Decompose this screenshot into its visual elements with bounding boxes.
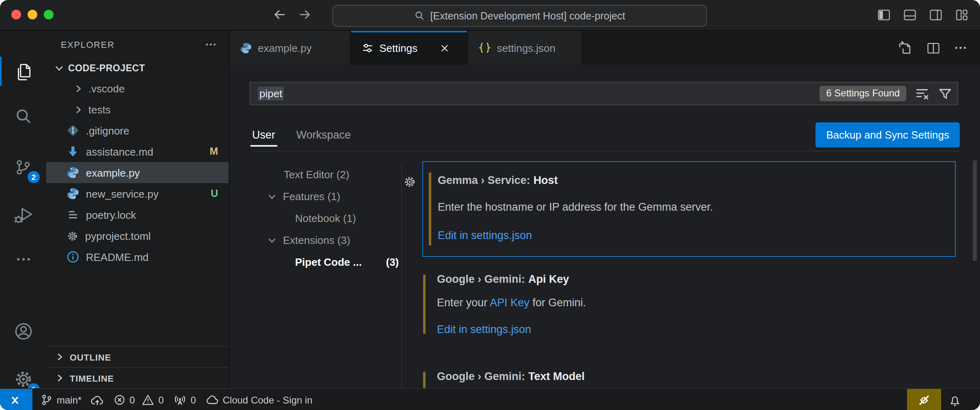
toc-text-editor[interactable]: Text Editor (2) [249, 164, 400, 186]
problems-item[interactable]: 0 0 [108, 389, 169, 410]
forward-arrow-icon[interactable] [297, 7, 312, 22]
minimize-window-button[interactable] [28, 10, 37, 19]
tree-item-new-service-py[interactable]: new_service.py U [46, 183, 229, 204]
error-icon [113, 394, 125, 406]
backup-sync-settings-button[interactable]: Backup and Sync Settings [815, 122, 960, 147]
active-indicator [0, 57, 2, 86]
ports-item[interactable]: 0 [169, 389, 201, 410]
extension-host-disconnect-icon [918, 393, 931, 406]
tree-item-readme-md[interactable]: README.md [46, 246, 229, 267]
tab-settings-json[interactable]: settings.json [468, 31, 583, 65]
python-icon [240, 42, 252, 54]
chevron-right-icon [73, 83, 83, 94]
back-arrow-icon[interactable] [272, 7, 287, 22]
remote-indicator[interactable] [0, 389, 32, 410]
modified-indicator [423, 275, 426, 334]
chevron-down-icon [53, 62, 65, 74]
tab-example-py[interactable]: example.py [229, 31, 351, 65]
warning-icon [142, 394, 154, 406]
search-icon [414, 11, 425, 21]
tree-item-assistance-md[interactable]: assistance.md M [46, 141, 229, 162]
modified-indicator [423, 372, 426, 388]
setting-gear-icon[interactable] [403, 173, 417, 190]
notifications-bell-icon[interactable] [941, 389, 969, 410]
toc-notebook[interactable]: Notebook (1) [249, 207, 400, 229]
modified-indicator [429, 173, 431, 246]
list-icon [66, 208, 79, 221]
chevron-right-icon [73, 104, 83, 115]
toc-extensions[interactable]: Extensions (3) [249, 229, 400, 251]
close-window-button[interactable] [11, 10, 21, 19]
outline-section-header[interactable]: OUTLINE [46, 346, 229, 367]
tree-root-code-project[interactable]: CODE-PROJECT [46, 58, 229, 78]
tree-item-gitignore[interactable]: .gitignore [46, 120, 229, 141]
settings-scrollbar[interactable] [973, 160, 977, 261]
setting-google-gemini-text-model[interactable]: Google › Gemini:Text Model [422, 370, 956, 388]
tree-item-vscode[interactable]: .vscode [46, 78, 229, 99]
split-editor-icon[interactable] [926, 40, 941, 56]
tree-item-pyproject-toml[interactable]: pyproject.toml [46, 225, 229, 246]
scope-tab-workspace[interactable]: Workspace [296, 118, 351, 151]
setting-gemma-service-host[interactable]: Gemma › Service:Host Enter the hostname … [422, 161, 956, 257]
tab-settings[interactable]: Settings [351, 31, 468, 65]
customize-layout-icon[interactable] [954, 7, 969, 23]
tab-bar: example.py Settings settings.json [229, 31, 980, 65]
git-branch-item[interactable]: main* [36, 389, 108, 410]
toc-divider [401, 164, 402, 388]
scope-tab-user[interactable]: User [252, 118, 275, 151]
git-status-badge: M [210, 146, 218, 157]
settings-search-value: pipet [258, 87, 284, 100]
toc-features[interactable]: Features (1) [249, 186, 400, 207]
settings-editor: pipet 6 Settings Found User Workspace [229, 65, 980, 388]
toggle-panel-icon[interactable] [902, 7, 918, 23]
editor-more-actions-icon[interactable] [953, 41, 968, 55]
chevron-down-icon [249, 235, 283, 246]
setting-google-gemini-api-key[interactable]: Google › Gemini:Api Key Enter your API K… [422, 273, 956, 335]
settings-count-badge: 6 Settings Found [820, 86, 906, 101]
timeline-section-header[interactable]: TIMELINE [46, 367, 229, 388]
edit-in-settings-json-link[interactable]: Edit in settings.json [437, 323, 956, 335]
settings-sliders-icon [362, 42, 374, 54]
activity-accounts[interactable] [0, 315, 46, 348]
settings-search-input[interactable]: pipet 6 Settings Found [250, 82, 958, 105]
activity-source-control[interactable]: 2 [0, 151, 46, 183]
tree-item-example-py[interactable]: example.py [46, 162, 229, 183]
git-icon [66, 124, 79, 137]
activity-search[interactable] [0, 100, 46, 132]
api-key-link[interactable]: API Key [490, 297, 530, 309]
toggle-primary-sidebar-icon[interactable] [876, 7, 892, 23]
close-tab-icon[interactable] [439, 43, 450, 53]
source-control-badge: 2 [28, 171, 40, 183]
clear-filters-icon[interactable] [914, 86, 930, 101]
json-braces-icon [478, 41, 491, 54]
explorer-sidebar: EXPLORER CODE-PROJECT .vscode tests .git… [46, 31, 229, 388]
debug-icon [13, 204, 34, 225]
toc-pipet-code[interactable]: Pipet Code ... (3) [249, 251, 400, 273]
info-icon [66, 250, 79, 263]
chevron-right-icon [54, 373, 65, 383]
cloud-code-item[interactable]: Cloud Code - Sign in [201, 389, 317, 410]
cloud-icon [206, 393, 219, 406]
account-icon [13, 321, 34, 342]
activity-more[interactable] [0, 243, 46, 275]
zoom-window-button[interactable] [44, 10, 53, 19]
gear-icon [66, 230, 79, 242]
open-settings-json-icon[interactable] [897, 40, 914, 56]
filter-icon[interactable] [938, 86, 952, 101]
tree-item-tests[interactable]: tests [46, 99, 229, 120]
command-center-search[interactable]: [Extension Development Host] code-projec… [332, 5, 707, 27]
explorer-more-actions-icon[interactable] [204, 38, 217, 51]
activity-run-debug[interactable] [0, 199, 46, 231]
chevron-right-icon [54, 352, 65, 362]
editor-group: example.py Settings settings.json [229, 31, 980, 388]
settings-scope-tabs: User Workspace Backup and Sync Settings [252, 118, 960, 152]
explorer-title: EXPLORER [61, 40, 115, 49]
edit-in-settings-json-link[interactable]: Edit in settings.json [438, 229, 955, 241]
settings-list: Gemma › Service:Host Enter the hostname … [422, 161, 957, 388]
settings-toc: Text Editor (2) Features (1) Notebook (1… [249, 164, 400, 273]
broadcast-tower-icon [173, 393, 186, 406]
tree-item-poetry-lock[interactable]: poetry.lock [46, 204, 229, 225]
extension-host-status-item[interactable] [907, 389, 941, 410]
activity-explorer[interactable] [0, 55, 46, 88]
toggle-secondary-sidebar-icon[interactable] [928, 7, 944, 23]
